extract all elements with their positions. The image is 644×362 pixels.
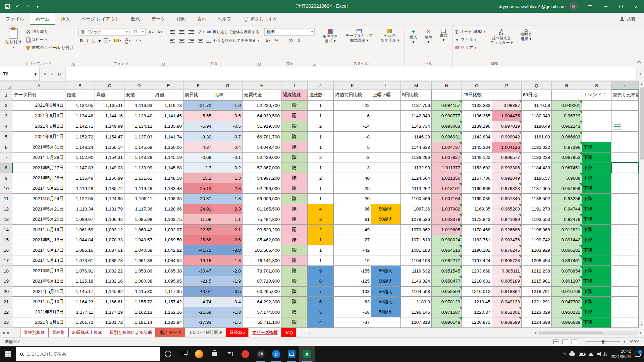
cell-Q3[interactable]: 1180.049 [522,111,552,121]
column-header-F[interactable]: F [183,81,213,90]
cell-B18[interactable]: 1,076.91 [65,266,95,276]
cell-D3[interactable]: 1,128.40 [124,111,154,121]
row-header-8[interactable]: 8 [0,163,12,173]
cell-G16[interactable]: -3.8 [213,245,243,255]
cell-T17[interactable] [611,255,639,266]
cell-S21[interactable]: 下降 [582,297,611,307]
cell-R4[interactable]: 0.962143 [552,121,582,132]
font-name-select[interactable]: 游ゴシック▾ [78,28,129,36]
format-painter-button[interactable]: 書式のコピー/貼り付け [26,44,74,51]
cell-E15[interactable]: 1,069.50 [154,235,183,245]
row-header-14[interactable]: 14 [0,225,12,235]
cell-J1[interactable]: 連続数 [308,90,334,101]
cell-E12[interactable]: 1,128.66 [154,204,183,214]
cell-B2[interactable]: 1,134.95 [65,100,95,111]
cell-O9[interactable]: 1157.786 [462,173,492,183]
cell-E16[interactable]: 1,042.82 [154,245,183,255]
name-box[interactable]: T8 ▾ [0,67,40,81]
increase-decimal-button[interactable]: .00 [286,38,294,43]
cell-T22[interactable] [611,307,639,317]
cell-E8[interactable]: 1,145.88 [154,163,183,173]
formula-input[interactable] [66,67,637,81]
row-header-5[interactable]: 5 [0,132,12,142]
cell-R13[interactable]: 0.92476 [552,214,582,225]
cell-A16[interactable]: 2021年5月17日 [12,245,65,255]
cell-A19[interactable]: 2021年5月12日 [12,276,65,286]
cell-S20[interactable]: 下降 [582,286,611,297]
cell-J19[interactable]: 8 [308,276,334,286]
ribbon-tab-表示[interactable]: 表示 [192,13,212,25]
cell-O21[interactable]: 1219.45 [462,297,492,307]
cell-T19[interactable] [611,276,639,286]
grow-font-button[interactable]: A▴ [147,29,155,35]
cell-O15[interactable]: 1183.761 [462,235,492,245]
cell-R8[interactable]: 0.967451 [552,163,582,173]
cell-N12[interactable]: 1.037982 [432,204,462,214]
cell-B17[interactable]: 1,073.61 [65,255,95,266]
cell-T4[interactable] [611,121,639,132]
cell-K12[interactable]: 86 [334,204,371,214]
cell-H21[interactable]: 64,292,300 [243,297,281,307]
clear-button[interactable]: クリア ▾ [455,44,485,51]
cell-B22[interactable]: 1,177.11 [65,307,95,317]
cell-O22[interactable]: 1220.37 [462,307,492,317]
cell-P12[interactable]: 0.965203 [492,204,522,214]
cell-N17[interactable]: 0.982277 [432,255,462,266]
cell-Q20[interactable]: 1218.791 [522,286,552,297]
cell-R9[interactable]: 0.9688 [552,173,582,183]
copy-button[interactable]: コピー ▾ [26,36,74,43]
column-header-L[interactable]: L [371,81,401,90]
cell-N23[interactable]: 0.980148 [432,317,462,327]
row-header-22[interactable]: 22 [0,307,12,317]
cell-M4[interactable]: 1143.734 [401,121,432,132]
cell-T23[interactable] [611,317,639,327]
cell-J13[interactable]: 3 [308,214,334,225]
cell-I2[interactable]: 陰 [281,100,308,111]
cell-L13[interactable]: 50越え [371,214,401,225]
taskbar-firefox[interactable] [191,346,207,362]
cell-S7[interactable]: 下降 [582,152,611,163]
cell-P16[interactable]: 0.876245 [492,245,522,255]
cell-R12[interactable]: 0.94744 [552,204,582,214]
align-right-button[interactable] [187,38,195,43]
cell-S17[interactable]: 下降 [582,255,611,266]
cell-M15[interactable]: 1071.618 [401,235,432,245]
cell-P11[interactable]: 0.951345 [492,193,522,204]
cell-I18[interactable]: 陰 [281,266,308,276]
cell-C1[interactable]: 高値 [95,90,124,101]
taskbar-outlook[interactable] [284,346,299,362]
taskbar-red-app[interactable] [237,346,253,362]
paste-button[interactable]: 貼り付け ▾ [3,27,24,51]
cell-I4[interactable]: 陰 [281,121,308,132]
cell-M3[interactable]: 1142.848 [401,111,432,121]
cell-C13[interactable]: 1,106.42 [95,214,124,225]
cell-D12[interactable]: 1,117.36 [124,204,154,214]
sheet-tab-累計 データ[interactable]: 累計 データ [156,328,185,337]
cell-I14[interactable]: 陽 [281,225,308,235]
cell-N3[interactable]: 0.998777 [432,111,462,121]
scroll-down-icon[interactable]: ▼ [639,322,644,328]
cell-B19[interactable]: 1,125.18 [65,276,95,286]
cell-L9[interactable] [371,173,401,183]
cell-H18[interactable]: 78,701,800 [243,266,281,276]
cell-D18[interactable]: 1,053.89 [124,266,154,276]
cell-L3[interactable] [371,111,401,121]
cell-D10[interactable]: 1,119.48 [124,183,154,194]
cell-L16[interactable] [371,245,401,255]
cell-C14[interactable]: 1,093.12 [95,225,124,235]
cell-T3[interactable] [611,111,639,121]
cell-H20[interactable]: 60,265,600 [243,286,281,297]
cell-D15[interactable]: 1,043.57 [124,235,154,245]
cell-P14[interactable]: 0.926686 [492,225,522,235]
cell-F18[interactable]: -30.47 [183,266,213,276]
cell-M9[interactable]: 1124.564 [401,173,432,183]
cell-L21[interactable]: 50越え [371,297,401,307]
number-format-select[interactable]: 標準▾ [264,28,315,36]
cell-M22[interactable]: 1196.146 [401,307,432,317]
cell-D11[interactable]: 1,105.11 [124,193,154,204]
cell-Q10[interactable]: 1187.065 [522,183,552,194]
cell-I1[interactable]: 陽線陰線 [281,90,308,101]
cell-J16[interactable]: 1 [308,245,334,255]
cell-M10[interactable]: 1113.262 [401,183,432,194]
cell-O17[interactable]: 1197.424 [462,255,492,266]
